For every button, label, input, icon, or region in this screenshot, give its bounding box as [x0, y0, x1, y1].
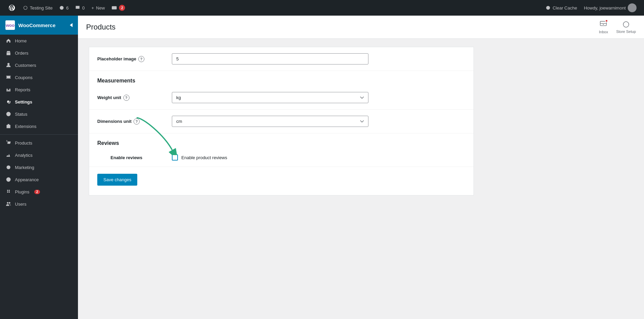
updates-bar[interactable]: 6 [56, 0, 72, 16]
form-table: Placeholder image ? [89, 47, 474, 71]
enable-reviews-value-cell: Enable product reviews [164, 148, 474, 167]
products-icon [5, 140, 12, 146]
sidebar: woo WooCommerce Home Orders [0, 16, 78, 319]
enable-reviews-checkbox-label[interactable]: Enable product reviews [181, 155, 227, 160]
extensions-icon [5, 123, 12, 129]
dimensions-unit-value-cell: cm m mm in yd [164, 110, 474, 133]
coupons-icon [5, 74, 12, 80]
home-icon [5, 38, 12, 44]
dimensions-unit-select[interactable]: cm m mm in yd [172, 116, 368, 127]
sidebar-item-appearance[interactable]: Appearance [0, 173, 78, 186]
woo-brand-name: WooCommerce [18, 22, 56, 28]
weight-unit-select[interactable]: kg g lbs oz [172, 92, 368, 103]
sidebar-label-plugins: Plugins [15, 189, 29, 194]
svg-point-4 [9, 202, 11, 204]
woo-badge: 2 [119, 5, 125, 11]
sidebar-item-status[interactable]: Status [0, 108, 78, 120]
comments-bar[interactable]: 0 [72, 0, 88, 16]
clear-cache-label: Clear Cache [552, 5, 577, 11]
users-icon [5, 201, 12, 207]
sidebar-label-coupons: Coupons [15, 75, 33, 80]
wp-logo[interactable] [4, 0, 20, 16]
admin-bar: Testing Site 6 0 + New 2 Clear Cache How… [0, 0, 644, 16]
svg-point-6 [623, 21, 629, 27]
sidebar-item-settings[interactable]: Settings [0, 96, 78, 108]
marketing-icon [5, 164, 12, 170]
inbox-button[interactable]: Inbox [599, 20, 608, 34]
new-bar[interactable]: + New [88, 0, 108, 16]
comments-count: 0 [82, 5, 84, 11]
new-label: New [96, 5, 105, 11]
howdy-label: Howdy, joewarnimont [584, 5, 626, 11]
sidebar-item-marketing[interactable]: Marketing [0, 161, 78, 173]
sidebar-label-status: Status [15, 112, 27, 117]
page-header: Products Inbox Store [78, 16, 644, 39]
placeholder-image-input[interactable] [172, 53, 368, 64]
placeholder-image-value-cell [164, 47, 474, 71]
plugins-icon [5, 189, 12, 195]
woo-brand[interactable]: woo WooCommerce [0, 16, 78, 35]
sidebar-item-extensions[interactable]: Extensions [0, 120, 78, 132]
sidebar-label-appearance: Appearance [15, 177, 39, 182]
placeholder-image-help[interactable]: ? [138, 56, 144, 62]
settings-section: Placeholder image ? Measurements [89, 47, 474, 195]
enable-reviews-label: Enable reviews [110, 155, 142, 160]
header-actions: Inbox Store Setup [599, 20, 636, 34]
svg-point-1 [7, 63, 9, 65]
measurements-table: Weight unit ? kg g lbs oz [89, 86, 474, 133]
settings-icon [5, 99, 12, 105]
enable-reviews-checkbox-row: Enable product reviews [172, 154, 465, 161]
clear-cache-btn[interactable]: Clear Cache [542, 0, 580, 16]
sidebar-label-products: Products [15, 140, 32, 146]
sidebar-item-products[interactable]: Products [0, 137, 78, 149]
sidebar-label-settings: Settings [15, 99, 32, 105]
sidebar-nav-secondary: Products Analytics Marketing [0, 137, 78, 210]
content-area: Placeholder image ? Measurements [78, 39, 485, 204]
dimensions-unit-label: Dimensions unit [97, 119, 132, 124]
sidebar-item-customers[interactable]: Customers [0, 59, 78, 71]
page-title: Products [86, 23, 599, 32]
avatar [628, 3, 637, 12]
sidebar-item-plugins[interactable]: Plugins 2 [0, 186, 78, 198]
sidebar-label-marketing: Marketing [15, 165, 34, 170]
placeholder-image-label: Placeholder image [97, 56, 136, 61]
sidebar-label-home: Home [15, 38, 27, 43]
sidebar-item-coupons[interactable]: Coupons [0, 71, 78, 83]
sidebar-divider [0, 134, 78, 135]
weight-unit-value-cell: kg g lbs oz [164, 86, 474, 110]
layout: woo WooCommerce Home Orders [0, 16, 644, 319]
svg-rect-0 [112, 6, 117, 10]
sidebar-item-users[interactable]: Users [0, 198, 78, 210]
reports-icon [5, 87, 12, 93]
weight-unit-label-cell: Weight unit ? [89, 86, 164, 110]
enable-reviews-checkbox[interactable] [172, 154, 178, 161]
sidebar-label-orders: Orders [15, 51, 28, 56]
plugins-badge: 2 [34, 190, 40, 194]
store-setup-button[interactable]: Store Setup [616, 21, 636, 34]
svg-point-3 [7, 202, 8, 204]
sidebar-label-extensions: Extensions [15, 124, 37, 129]
save-changes-button[interactable]: Save changes [97, 174, 137, 186]
adminbar-right: Clear Cache Howdy, joewarnimont [542, 0, 640, 16]
sidebar-item-home[interactable]: Home [0, 35, 78, 47]
howdy-bar[interactable]: Howdy, joewarnimont [581, 0, 640, 16]
woo-logo: woo [5, 20, 15, 30]
reviews-table: Enable reviews [89, 148, 474, 167]
sidebar-label-analytics: Analytics [15, 153, 33, 158]
woo-bar[interactable]: 2 [108, 0, 128, 16]
measurements-heading: Measurements [89, 71, 474, 86]
dimensions-unit-row: Dimensions unit ? cm m mm in [89, 110, 474, 133]
sidebar-item-reports[interactable]: Reports [0, 83, 78, 96]
svg-point-2 [6, 112, 11, 116]
sidebar-label-users: Users [15, 202, 26, 207]
inbox-label: Inbox [599, 30, 608, 34]
sidebar-item-analytics[interactable]: Analytics [0, 149, 78, 161]
weight-unit-help[interactable]: ? [123, 95, 129, 101]
dimensions-unit-label-cell: Dimensions unit ? [89, 110, 164, 133]
sidebar-collapse-arrow [70, 23, 73, 27]
main-content: Products Inbox Store [78, 16, 644, 319]
sidebar-item-orders[interactable]: Orders [0, 47, 78, 59]
status-icon [5, 111, 12, 117]
site-name-bar[interactable]: Testing Site [20, 0, 56, 16]
dimensions-unit-help[interactable]: ? [134, 118, 140, 125]
